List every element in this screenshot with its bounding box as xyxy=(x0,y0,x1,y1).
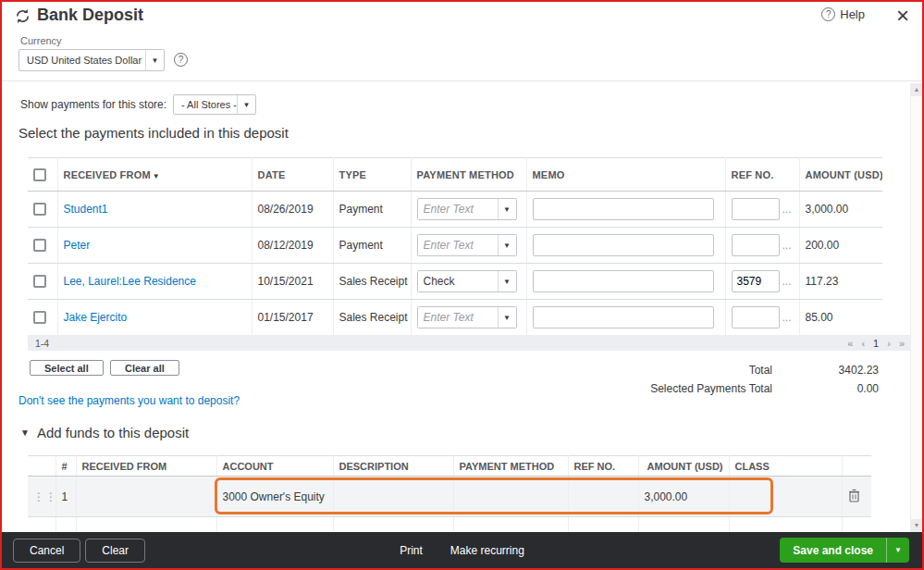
payment-method-combo: ▼ xyxy=(417,198,517,220)
col-received-from[interactable]: RECEIVED FROM▼ xyxy=(57,158,252,192)
missing-payments-link[interactable]: Don't see the payments you want to depos… xyxy=(18,394,240,407)
col-payment-method: PAYMENT METHOD xyxy=(411,158,526,192)
memo-input[interactable] xyxy=(533,198,714,220)
payment-row: Student1 08/26/2019 Payment ▼ ... 3,000.… xyxy=(28,192,882,228)
chevron-down-icon[interactable]: ▼ xyxy=(498,199,516,219)
save-label: Save and close xyxy=(780,544,886,557)
amount-cell: 200.00 xyxy=(799,228,882,264)
chevron-down-icon[interactable]: ▼ xyxy=(498,307,516,328)
collapse-triangle-icon[interactable]: ▼ xyxy=(20,428,30,438)
print-button[interactable]: Print xyxy=(400,544,423,557)
row-number: 1 xyxy=(55,477,76,517)
prev-page-button[interactable]: ‹ xyxy=(861,338,865,349)
chevron-down-icon: ▼ xyxy=(145,50,164,70)
received-from-link[interactable]: Jake Ejercito xyxy=(64,311,128,324)
received-from-link[interactable]: Peter xyxy=(64,239,91,252)
payment-method-input[interactable] xyxy=(418,199,498,219)
drag-handle-icon[interactable]: ⋮⋮ xyxy=(28,477,55,517)
ref-no-cell[interactable] xyxy=(568,477,638,517)
select-all-button[interactable]: Select all xyxy=(30,360,104,376)
row-checkbox[interactable] xyxy=(33,275,46,288)
row-checkbox[interactable] xyxy=(33,239,46,252)
payment-method-combo: ▼ xyxy=(417,306,517,328)
clear-button[interactable]: Clear xyxy=(85,539,145,563)
ref-no-input[interactable] xyxy=(732,198,780,220)
trash-icon[interactable] xyxy=(842,477,871,517)
make-recurring-button[interactable]: Make recurring xyxy=(450,544,524,557)
ref-no-input[interactable] xyxy=(732,270,780,292)
date-cell: 01/15/2017 xyxy=(252,300,333,336)
bank-deposit-window: Bank Deposit ? Help × Currency USD Unite… xyxy=(0,0,924,570)
received-from-cell[interactable] xyxy=(76,477,216,517)
selected-total-value: 0.00 xyxy=(772,382,879,395)
payment-method-combo: ▼ xyxy=(417,234,517,256)
type-cell: Payment xyxy=(333,228,411,264)
help-icon: ? xyxy=(821,7,835,21)
type-cell: Sales Receipt xyxy=(333,264,411,300)
recurring-icon xyxy=(14,7,31,29)
col-ref-no: REF NO. xyxy=(568,456,638,477)
ellipsis-icon[interactable]: ... xyxy=(782,203,792,216)
col-type: TYPE xyxy=(333,158,411,192)
payment-row: Lee, Laurel:Lee Residence 10/15/2021 Sal… xyxy=(28,264,882,300)
payment-method-cell[interactable] xyxy=(453,477,568,517)
payments-header-row: RECEIVED FROM▼ DATE TYPE PAYMENT METHOD … xyxy=(28,158,882,192)
chevron-down-icon[interactable]: ▼ xyxy=(498,271,516,291)
chevron-down-icon[interactable]: ▼ xyxy=(498,235,516,255)
class-cell[interactable] xyxy=(729,477,842,517)
ellipsis-icon[interactable]: ... xyxy=(782,239,792,252)
row-checkbox[interactable] xyxy=(33,311,46,324)
titlebar: Bank Deposit ? Help × xyxy=(2,2,922,31)
vertical-scrollbar[interactable]: ▲ ▼ xyxy=(910,83,922,532)
scroll-down-icon[interactable]: ▼ xyxy=(911,519,922,532)
amount-cell[interactable]: 3,000.00 xyxy=(638,477,729,517)
date-cell: 08/26/2019 xyxy=(252,192,333,228)
clear-all-button[interactable]: Clear all xyxy=(110,360,179,376)
ellipsis-icon[interactable]: ... xyxy=(782,275,792,288)
col-num: # xyxy=(55,456,76,477)
last-page-button[interactable]: » xyxy=(899,338,905,349)
current-page[interactable]: 1 xyxy=(873,338,879,349)
received-from-link[interactable]: Student1 xyxy=(64,203,108,216)
totals-block: Total 3402.23 Selected Payments Total 0.… xyxy=(557,361,879,398)
cancel-button[interactable]: Cancel xyxy=(13,539,80,563)
received-from-link[interactable]: Lee, Laurel:Lee Residence xyxy=(64,275,196,288)
close-icon[interactable]: × xyxy=(896,4,909,28)
ellipsis-icon[interactable]: ... xyxy=(782,311,792,324)
pagination-range: 1-4 xyxy=(35,338,847,349)
select-all-checkbox[interactable] xyxy=(33,168,46,181)
memo-input[interactable] xyxy=(533,234,714,256)
account-cell[interactable]: 3000 Owner's Equity xyxy=(216,477,333,517)
chevron-down-icon[interactable]: ▼ xyxy=(887,546,909,554)
help-label: Help xyxy=(840,7,865,21)
section-divider xyxy=(2,81,922,81)
payment-row: Jake Ejercito 01/15/2017 Sales Receipt ▼… xyxy=(28,300,882,336)
total-value: 3402.23 xyxy=(772,364,879,377)
ref-no-input[interactable] xyxy=(732,234,780,256)
col-payment-method: PAYMENT METHOD xyxy=(453,456,568,477)
col-drag xyxy=(28,456,55,477)
next-page-button[interactable]: › xyxy=(887,338,891,349)
memo-input[interactable] xyxy=(533,270,714,292)
type-cell: Sales Receipt xyxy=(333,300,411,336)
help-button[interactable]: ? Help xyxy=(821,7,865,21)
ref-no-input[interactable] xyxy=(732,306,780,328)
description-cell[interactable] xyxy=(333,477,453,517)
payment-row: Peter 08/12/2019 Payment ▼ ... 200.00 xyxy=(28,228,882,264)
footer-bar: Cancel Clear Print Make recurring Save a… xyxy=(2,532,922,568)
row-checkbox[interactable] xyxy=(33,203,46,216)
scroll-up-icon[interactable]: ▲ xyxy=(911,83,922,96)
payment-method-input[interactable] xyxy=(418,271,498,291)
memo-input[interactable] xyxy=(533,306,714,328)
first-page-button[interactable]: « xyxy=(847,338,853,349)
col-class: CLASS xyxy=(729,456,842,477)
col-received-from: RECEIVED FROM xyxy=(76,456,216,477)
store-filter-select[interactable]: - All Stores - ▼ xyxy=(173,94,256,115)
col-account: ACCOUNT xyxy=(216,456,333,477)
currency-help-icon[interactable]: ? xyxy=(174,53,188,67)
payment-method-input[interactable] xyxy=(418,235,498,255)
save-and-close-button[interactable]: Save and close ▼ xyxy=(780,538,909,563)
payment-method-input[interactable] xyxy=(418,307,498,328)
sort-caret-icon: ▼ xyxy=(153,172,160,180)
currency-select[interactable]: USD United States Dollar ▼ xyxy=(18,49,165,71)
